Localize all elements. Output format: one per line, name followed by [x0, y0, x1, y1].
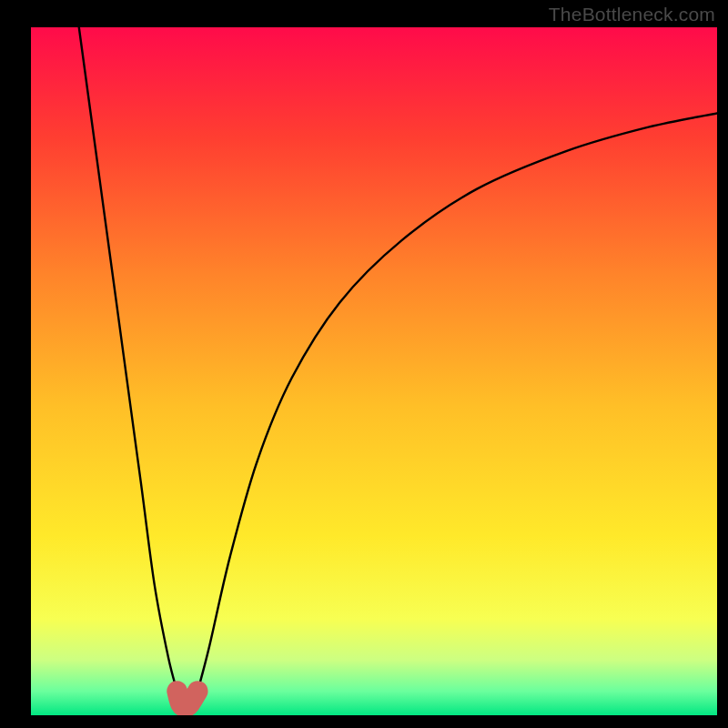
chart-svg — [31, 27, 717, 715]
watermark-text: TheBottleneck.com — [549, 4, 715, 25]
chart-plot-area — [31, 27, 717, 715]
chart-frame: TheBottleneck.com — [0, 0, 728, 728]
chart-background — [31, 27, 717, 715]
valley-marker — [177, 692, 198, 707]
